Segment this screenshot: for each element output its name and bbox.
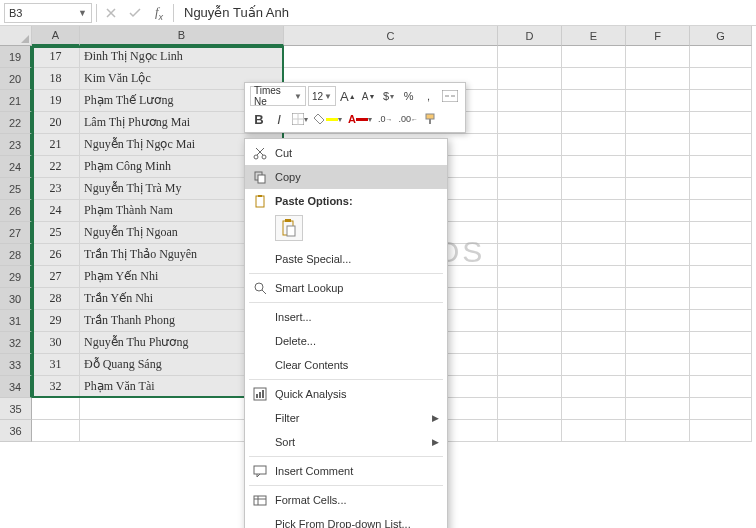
cell[interactable] xyxy=(498,222,562,244)
merge-center-button[interactable] xyxy=(440,86,460,106)
cell[interactable] xyxy=(690,266,752,288)
ctx-format-cells[interactable]: Format Cells... xyxy=(245,488,447,512)
cell[interactable] xyxy=(562,90,626,112)
cell[interactable] xyxy=(690,134,752,156)
insert-function-icon[interactable]: fx xyxy=(149,3,169,23)
cell[interactable]: 20 xyxy=(32,112,80,134)
cell[interactable] xyxy=(562,310,626,332)
cell[interactable] xyxy=(498,46,562,68)
cell[interactable]: 17 xyxy=(32,46,80,68)
cell[interactable] xyxy=(32,420,80,442)
ctx-filter[interactable]: Filter ▶ xyxy=(245,406,447,430)
ctx-delete[interactable]: Delete... xyxy=(245,329,447,353)
ctx-paste-special[interactable]: Paste Special... xyxy=(245,247,447,271)
cell[interactable] xyxy=(690,310,752,332)
cell[interactable]: 28 xyxy=(32,288,80,310)
accept-formula-icon[interactable] xyxy=(125,3,145,23)
paste-button[interactable] xyxy=(275,215,303,241)
column-header-C[interactable]: C xyxy=(284,26,498,46)
ctx-pick-from-list[interactable]: Pick From Drop-down List... xyxy=(245,512,447,528)
ctx-copy[interactable]: Copy xyxy=(245,165,447,189)
cell[interactable] xyxy=(626,178,690,200)
row-header[interactable]: 31 xyxy=(0,310,32,332)
cell[interactable] xyxy=(626,46,690,68)
cell[interactable] xyxy=(690,46,752,68)
cell[interactable] xyxy=(498,266,562,288)
cancel-formula-icon[interactable] xyxy=(101,3,121,23)
cell[interactable] xyxy=(626,398,690,420)
cell[interactable] xyxy=(284,46,498,68)
cell[interactable] xyxy=(498,398,562,420)
cell[interactable] xyxy=(690,112,752,134)
cell[interactable] xyxy=(562,68,626,90)
cell[interactable] xyxy=(626,266,690,288)
decrease-decimal-button[interactable]: .00← xyxy=(396,109,420,129)
cell[interactable]: 31 xyxy=(32,354,80,376)
column-header-G[interactable]: G xyxy=(690,26,752,46)
cell[interactable] xyxy=(498,90,562,112)
cell[interactable] xyxy=(690,156,752,178)
accounting-format-button[interactable]: $▾ xyxy=(380,86,398,106)
ctx-smart-lookup[interactable]: Smart Lookup xyxy=(245,276,447,300)
cell[interactable] xyxy=(562,420,626,442)
cell[interactable] xyxy=(498,112,562,134)
italic-button[interactable]: I xyxy=(270,109,288,129)
row-header[interactable]: 32 xyxy=(0,332,32,354)
row-header[interactable]: 20 xyxy=(0,68,32,90)
cell[interactable] xyxy=(626,90,690,112)
column-header-F[interactable]: F xyxy=(626,26,690,46)
cell[interactable] xyxy=(562,112,626,134)
ctx-cut[interactable]: Cut xyxy=(245,141,447,165)
cell[interactable]: 26 xyxy=(32,244,80,266)
ctx-sort[interactable]: Sort ▶ xyxy=(245,430,447,454)
cell[interactable]: 24 xyxy=(32,200,80,222)
cell[interactable] xyxy=(690,398,752,420)
increase-decimal-button[interactable]: .0→ xyxy=(376,109,395,129)
row-header[interactable]: 21 xyxy=(0,90,32,112)
cell[interactable] xyxy=(626,288,690,310)
cell[interactable] xyxy=(626,156,690,178)
cell[interactable] xyxy=(626,376,690,398)
cell[interactable]: 27 xyxy=(32,266,80,288)
cell[interactable] xyxy=(626,310,690,332)
cell[interactable] xyxy=(690,354,752,376)
cell[interactable] xyxy=(498,332,562,354)
format-painter-button[interactable] xyxy=(422,109,440,129)
select-all-corner[interactable] xyxy=(0,26,32,46)
column-header-A[interactable]: A xyxy=(32,26,80,46)
cell[interactable]: 32 xyxy=(32,376,80,398)
cell[interactable] xyxy=(690,90,752,112)
cell[interactable]: 25 xyxy=(32,222,80,244)
fill-color-button[interactable]: ▾ xyxy=(312,109,344,129)
cell[interactable] xyxy=(562,244,626,266)
cell[interactable] xyxy=(498,200,562,222)
cell[interactable] xyxy=(562,200,626,222)
cell[interactable] xyxy=(498,244,562,266)
row-header[interactable]: 36 xyxy=(0,420,32,442)
ctx-clear-contents[interactable]: Clear Contents xyxy=(245,353,447,377)
row-header[interactable]: 19 xyxy=(0,46,32,68)
cell[interactable] xyxy=(498,178,562,200)
cell[interactable] xyxy=(498,420,562,442)
cell[interactable] xyxy=(690,332,752,354)
ctx-quick-analysis[interactable]: Quick Analysis xyxy=(245,382,447,406)
cell[interactable]: 21 xyxy=(32,134,80,156)
cell[interactable] xyxy=(626,134,690,156)
cell[interactable] xyxy=(690,68,752,90)
grow-font-button[interactable]: A▲ xyxy=(338,86,358,106)
cell[interactable] xyxy=(562,156,626,178)
cell[interactable] xyxy=(562,332,626,354)
cell[interactable] xyxy=(498,134,562,156)
row-header[interactable]: 33 xyxy=(0,354,32,376)
column-header-D[interactable]: D xyxy=(498,26,562,46)
cell[interactable]: 18 xyxy=(32,68,80,90)
cell[interactable] xyxy=(498,68,562,90)
formula-input[interactable]: Nguyễn Tuấn Anh xyxy=(178,3,752,23)
cell[interactable] xyxy=(626,354,690,376)
cell[interactable] xyxy=(562,46,626,68)
name-box[interactable]: B3 ▼ xyxy=(4,3,92,23)
cell[interactable]: 22 xyxy=(32,156,80,178)
row-header[interactable]: 28 xyxy=(0,244,32,266)
column-header-E[interactable]: E xyxy=(562,26,626,46)
cell[interactable] xyxy=(562,288,626,310)
